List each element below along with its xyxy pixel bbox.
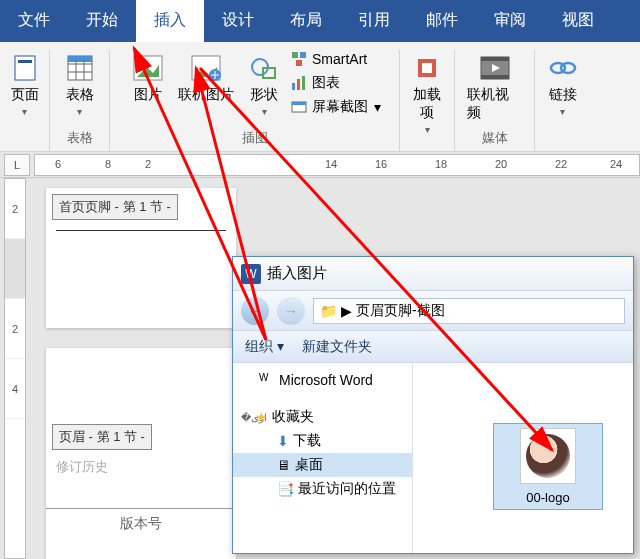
horizontal-ruler[interactable]: 6 8 2 14 16 18 20 22 24 — [34, 154, 640, 176]
tab-layout[interactable]: 布局 — [272, 0, 340, 42]
vertical-ruler[interactable]: 2 2 4 — [4, 178, 26, 559]
group-media-label: 媒体 — [482, 129, 508, 151]
header-section-label: 页眉 - 第 1 节 - — [52, 424, 152, 450]
svg-rect-0 — [15, 56, 35, 80]
tab-home[interactable]: 开始 — [68, 0, 136, 42]
footer-section-label: 首页页脚 - 第 1 节 - — [52, 194, 178, 220]
word-icon: W — [241, 264, 261, 284]
chart-button[interactable]: 图表 — [290, 74, 381, 92]
ribbon-tabs: 文件 开始 插入 设计 布局 引用 邮件 审阅 视图 — [0, 0, 640, 42]
svg-rect-25 — [422, 63, 432, 73]
link-label: 链接 — [549, 86, 577, 104]
smartart-button[interactable]: SmartArt — [290, 50, 381, 68]
dialog-titlebar[interactable]: W 插入图片 — [233, 257, 633, 291]
group-table-label: 表格 — [67, 129, 93, 151]
screenshot-button[interactable]: 屏幕截图▾ — [290, 98, 381, 116]
tab-references[interactable]: 引用 — [340, 0, 408, 42]
dialog-title: 插入图片 — [267, 264, 327, 283]
page-icon — [9, 52, 41, 84]
online-picture-label: 联机图片 — [178, 86, 234, 104]
shapes-icon — [248, 52, 280, 84]
tree-item-word[interactable]: WMicrosoft Word — [233, 369, 412, 391]
chart-icon — [290, 74, 308, 92]
svg-rect-21 — [302, 76, 305, 90]
address-bar[interactable]: 📁 ▶ 页眉页脚-截图 — [313, 298, 625, 324]
folder-icon: 📁 — [320, 303, 337, 319]
svg-rect-20 — [297, 79, 300, 90]
dropdown-icon: ▾ — [262, 106, 267, 117]
page-label: 页面 — [11, 86, 39, 104]
svg-rect-19 — [292, 83, 295, 90]
picture-icon — [132, 52, 164, 84]
dialog-sidebar: WMicrosoft Word �اوی★收藏夹 ⬇下载 🖥桌面 📑最近访问的位… — [233, 363, 413, 553]
picture-button[interactable]: 图片 — [128, 50, 168, 119]
file-name-label: 00-logo — [498, 490, 598, 505]
new-folder-button[interactable]: 新建文件夹 — [302, 338, 372, 356]
svg-rect-23 — [292, 102, 306, 105]
addins-button[interactable]: 加载 项 ▾ — [407, 50, 447, 137]
document-page[interactable]: 页眉 - 第 1 节 - 修订历史 版本号 — [46, 348, 236, 559]
file-item-00-logo[interactable]: 00-logo — [493, 423, 603, 510]
tree-item-downloads[interactable]: ⬇下载 — [233, 429, 412, 453]
smartart-icon — [290, 50, 308, 68]
svg-rect-16 — [292, 52, 298, 58]
table-label: 表格 — [66, 86, 94, 104]
document-page[interactable]: 首页页脚 - 第 1 节 - — [46, 188, 236, 328]
dialog-file-pane[interactable]: 00-logo — [413, 363, 633, 553]
tree-item-recent[interactable]: 📑最近访问的位置 — [233, 477, 412, 501]
screenshot-icon — [290, 98, 308, 116]
tab-view[interactable]: 视图 — [544, 0, 612, 42]
dropdown-icon: ▾ — [77, 106, 82, 117]
shapes-button[interactable]: 形状 ▾ — [244, 50, 284, 119]
svg-rect-28 — [481, 75, 509, 79]
page-button[interactable]: 页面 ▾ — [5, 50, 45, 119]
organize-button[interactable]: 组织 ▾ — [245, 338, 284, 356]
dialog-nav: ← → 📁 ▶ 页眉页脚-截图 — [233, 291, 633, 331]
online-picture-button[interactable]: 联机图片 — [174, 50, 238, 119]
svg-rect-1 — [18, 60, 32, 63]
table-button[interactable]: 表格 ▾ — [60, 50, 100, 119]
desktop-icon: 🖥 — [277, 457, 291, 473]
svg-rect-17 — [300, 52, 306, 58]
online-video-label: 联机视频 — [467, 86, 522, 122]
link-icon — [547, 52, 579, 84]
tab-insert[interactable]: 插入 — [136, 0, 204, 42]
insert-picture-dialog: W 插入图片 ← → 📁 ▶ 页眉页脚-截图 组织 ▾ 新建文件夹 WMicro… — [232, 256, 634, 554]
online-video-button[interactable]: 联机视频 — [463, 50, 526, 124]
picture-label: 图片 — [134, 86, 162, 104]
tab-file[interactable]: 文件 — [0, 0, 68, 42]
tree-item-desktop[interactable]: 🖥桌面 — [233, 453, 412, 477]
dropdown-icon: ▾ — [560, 106, 565, 117]
group-illustrations-label: 插图 — [242, 129, 268, 151]
tree-item-favorites[interactable]: �اوی★收藏夹 — [233, 405, 412, 429]
dialog-toolbar: 组织 ▾ 新建文件夹 — [233, 331, 633, 363]
shapes-label: 形状 — [250, 86, 278, 104]
avatar-icon — [526, 434, 570, 478]
svg-rect-7 — [68, 56, 92, 62]
tab-design[interactable]: 设计 — [204, 0, 272, 42]
horizontal-ruler-area: L 6 8 2 14 16 18 20 22 24 — [0, 152, 640, 178]
dropdown-icon: ▾ — [425, 124, 430, 135]
link-button[interactable]: 链接 ▾ — [543, 50, 583, 119]
tab-review[interactable]: 审阅 — [476, 0, 544, 42]
svg-rect-18 — [296, 60, 302, 66]
dropdown-icon: ▾ — [22, 106, 27, 117]
svg-rect-27 — [481, 57, 509, 61]
addins-icon — [411, 52, 443, 84]
addins-label: 加载 项 — [413, 86, 441, 122]
svg-point-31 — [561, 63, 575, 73]
ribbon: 页面 ▾ 表格 ▾ 表格 图片 联机图片 形状 ▾ — [0, 42, 640, 152]
svg-point-9 — [139, 61, 145, 67]
doc-text: 修订历史 — [46, 456, 236, 478]
online-picture-icon — [190, 52, 222, 84]
nav-forward-button[interactable]: → — [277, 297, 305, 325]
tab-mailings[interactable]: 邮件 — [408, 0, 476, 42]
nav-back-button[interactable]: ← — [241, 297, 269, 325]
ruler-corner[interactable]: L — [4, 154, 30, 176]
table-cell[interactable]: 版本号 — [46, 508, 236, 539]
table-icon — [64, 52, 96, 84]
video-icon — [479, 52, 511, 84]
file-thumbnail — [520, 428, 576, 484]
path-segment[interactable]: 页眉页脚-截图 — [356, 302, 445, 320]
